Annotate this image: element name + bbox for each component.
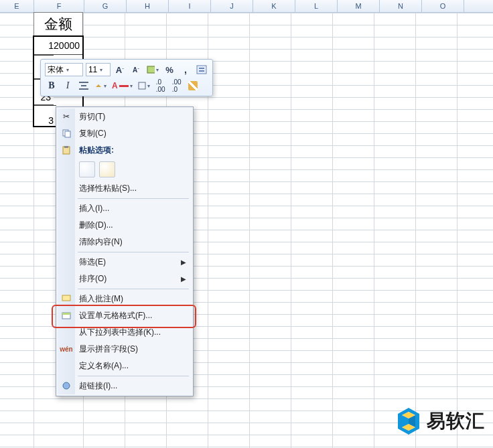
fill-color-button[interactable]: ▾: [93, 80, 108, 92]
menu-delete[interactable]: 删除(D)...: [58, 217, 192, 234]
menu-separator: [78, 198, 189, 199]
column-header[interactable]: G: [84, 0, 127, 12]
menu-label: 选择性粘贴(S)...: [79, 183, 137, 194]
svg-rect-0: [147, 66, 155, 73]
menu-separator: [78, 289, 189, 289]
font-name-value: 宋体: [48, 64, 64, 76]
svg-rect-9: [62, 295, 70, 301]
menu-copy[interactable]: 复制(C): [58, 125, 192, 142]
svg-rect-2: [199, 68, 204, 69]
increase-decimal-button[interactable]: .0.00: [154, 80, 167, 92]
paste-option-icons: [58, 159, 192, 180]
menu-show-pinyin[interactable]: wén 显示拼音字段(S): [58, 341, 192, 358]
column-header[interactable]: M: [338, 0, 380, 12]
percent-button[interactable]: %: [163, 64, 176, 76]
mini-toolbar: 宋体 ▾ 11 ▾ Aˆ Aˇ ▾ % , B I ▾ A: [40, 59, 213, 96]
menu-label: 插入批注(M): [79, 293, 123, 305]
align-center-button[interactable]: [77, 80, 90, 92]
menu-label: 筛选(E): [79, 256, 106, 268]
cell-value: 3: [48, 115, 54, 126]
paste-icon: [61, 145, 72, 155]
menu-paste-special[interactable]: 选择性粘贴(S)...: [58, 180, 192, 197]
data-cell[interactable]: 120000: [33, 36, 83, 55]
menu-label: 超链接(I)...: [79, 380, 117, 392]
font-size-value: 11: [88, 65, 97, 74]
submenu-arrow-icon: ▶: [181, 258, 186, 266]
column-header[interactable]: L: [295, 0, 338, 12]
menu-filter[interactable]: 筛选(E) ▶: [58, 254, 192, 271]
decrease-a-icon: A: [133, 66, 137, 74]
font-color-button[interactable]: A ▾: [111, 80, 134, 92]
chevron-down-icon: ▾: [147, 83, 150, 89]
comma-button[interactable]: ,: [179, 64, 192, 76]
menu-separator: [78, 376, 189, 376]
font-size-select[interactable]: 11 ▾: [86, 63, 111, 76]
borders-button[interactable]: ▾: [137, 80, 151, 92]
hyperlink-icon: [61, 380, 72, 391]
pinyin-icon: wén: [61, 344, 72, 354]
menu-cut[interactable]: ✂ 剪切(T): [58, 108, 192, 125]
menu-insert[interactable]: 插入(I)...: [58, 200, 192, 217]
accounting-button[interactable]: [195, 64, 208, 76]
menu-label: 插入(I)...: [79, 203, 109, 214]
menu-label: 从下拉列表中选择(K)...: [79, 327, 161, 338]
bold-button[interactable]: B: [45, 80, 58, 92]
menu-clear[interactable]: 清除内容(N): [58, 234, 192, 250]
svg-rect-4: [139, 82, 145, 89]
decrease-decimal-button[interactable]: .00.0: [170, 80, 184, 92]
comment-icon: [61, 293, 72, 304]
logo-icon: [396, 406, 421, 436]
chevron-down-icon: ▾: [104, 83, 107, 89]
svg-rect-1: [197, 66, 206, 74]
column-header[interactable]: O: [422, 0, 464, 12]
svg-rect-8: [64, 146, 68, 148]
italic-button[interactable]: I: [61, 80, 74, 92]
chevron-down-icon: ▾: [66, 67, 69, 73]
menu-separator: [78, 252, 189, 252]
format-cells-icon: [61, 310, 72, 321]
paste-option-default[interactable]: [79, 161, 95, 177]
column-header[interactable]: N: [380, 0, 422, 12]
chevron-down-icon: ▾: [100, 67, 102, 73]
svg-rect-3: [199, 70, 204, 72]
menu-label: 复制(C): [79, 128, 107, 139]
increase-font-button[interactable]: Aˆ: [113, 64, 127, 76]
increase-a-icon: A: [116, 65, 122, 75]
format-painter-button[interactable]: [186, 80, 200, 92]
menu-sort[interactable]: 排序(O) ▶: [58, 271, 192, 287]
column-header[interactable]: F: [34, 0, 84, 12]
menu-paste-options-label: 粘贴选项:: [58, 142, 192, 159]
svg-point-12: [63, 382, 70, 389]
paste-option-values[interactable]: [99, 161, 115, 177]
menu-format-cells[interactable]: 设置单元格格式(F)...: [58, 307, 192, 324]
decrease-font-button[interactable]: Aˇ: [129, 64, 143, 76]
menu-label: 显示拼音字段(S): [79, 344, 138, 355]
menu-label: 粘贴选项:: [79, 145, 114, 156]
chevron-down-icon: ▾: [130, 83, 133, 89]
menu-hyperlink[interactable]: 超链接(I)...: [58, 378, 192, 394]
column-header[interactable]: E: [0, 0, 34, 12]
menu-pick-from-dropdown[interactable]: 从下拉列表中选择(K)...: [58, 324, 192, 341]
column-header[interactable]: K: [253, 0, 295, 12]
chevron-down-icon: ▾: [156, 67, 159, 73]
column-header[interactable]: I: [169, 0, 211, 12]
watermark-text: 易软汇: [427, 408, 485, 434]
watermark: 易软汇: [396, 406, 485, 436]
menu-define-name[interactable]: 定义名称(A)...: [58, 358, 192, 374]
svg-rect-11: [62, 313, 70, 315]
data-cell[interactable]: 3: [33, 105, 56, 127]
menu-label: 剪切(T): [79, 111, 105, 123]
menu-label: 删除(D)...: [79, 220, 113, 231]
column-header[interactable]: J: [211, 0, 253, 12]
context-menu: ✂ 剪切(T) 复制(C) 粘贴选项: 选择性粘贴(S)... 插入(I)...…: [56, 106, 194, 396]
font-name-select[interactable]: 宋体 ▾: [45, 63, 83, 76]
menu-insert-comment[interactable]: 插入批注(M): [58, 291, 192, 307]
column-header[interactable]: H: [127, 0, 169, 12]
number-format-button[interactable]: ▾: [145, 64, 160, 76]
menu-label: 设置单元格格式(F)...: [79, 310, 152, 321]
column-headers: EFGHIJKLMNO: [0, 0, 493, 13]
menu-label: 定义名称(A)...: [79, 360, 129, 372]
menu-label: 清除内容(N): [79, 236, 123, 248]
svg-rect-6: [65, 131, 70, 137]
menu-label: 排序(O): [79, 273, 107, 285]
